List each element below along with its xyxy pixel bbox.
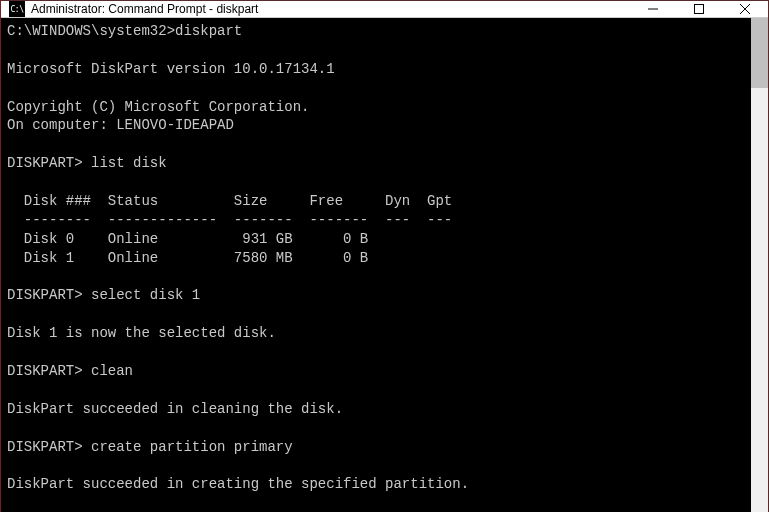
client-area: C:\WINDOWS\system32>diskpart Microsoft D…: [1, 18, 768, 512]
close-button[interactable]: [722, 1, 768, 17]
table-row: Disk 0 Online 931 GB 0 B: [7, 231, 368, 247]
table-separator: -------- ------------- ------- ------- -…: [7, 212, 452, 228]
diskpart-prompt: DISKPART>: [7, 439, 91, 455]
svg-rect-1: [695, 5, 704, 14]
minimize-icon: [648, 4, 658, 14]
diskpart-prompt: DISKPART>: [7, 287, 91, 303]
clean-message: DiskPart succeeded in cleaning the disk.: [7, 401, 343, 417]
table-row: Disk 1 Online 7580 MB 0 B: [7, 250, 368, 266]
table-header: Disk ### Status Size Free Dyn Gpt: [7, 193, 452, 209]
copyright-line: Copyright (C) Microsoft Corporation.: [7, 99, 309, 115]
maximize-button[interactable]: [676, 1, 722, 17]
window-title: Administrator: Command Prompt - diskpart: [31, 2, 630, 16]
cmd-clean: clean: [91, 363, 133, 379]
terminal-output[interactable]: C:\WINDOWS\system32>diskpart Microsoft D…: [1, 18, 751, 512]
minimize-button[interactable]: [630, 1, 676, 17]
maximize-icon: [694, 4, 704, 14]
diskpart-prompt: DISKPART>: [7, 155, 91, 171]
cmd-create-partition: create partition primary: [91, 439, 293, 455]
vertical-scrollbar[interactable]: ▾: [751, 18, 768, 512]
selected-message: Disk 1 is now the selected disk.: [7, 325, 276, 341]
titlebar-controls: [630, 1, 768, 17]
diskpart-prompt: DISKPART>: [7, 363, 91, 379]
scrollbar-thumb[interactable]: [751, 18, 768, 88]
create-message: DiskPart succeeded in creating the speci…: [7, 476, 469, 492]
computer-line: On computer: LENOVO-IDEAPAD: [7, 117, 234, 133]
close-icon: [740, 4, 750, 14]
prompt-path: C:\WINDOWS\system32>: [7, 23, 175, 39]
titlebar[interactable]: C:\ Administrator: Command Prompt - disk…: [1, 1, 768, 18]
cmd-diskpart: diskpart: [175, 23, 242, 39]
cmd-select-disk: select disk 1: [91, 287, 200, 303]
cmd-icon: C:\: [9, 1, 25, 17]
version-line: Microsoft DiskPart version 10.0.17134.1: [7, 61, 335, 77]
cmd-list-disk: list disk: [91, 155, 167, 171]
command-prompt-window: C:\ Administrator: Command Prompt - disk…: [0, 0, 769, 512]
